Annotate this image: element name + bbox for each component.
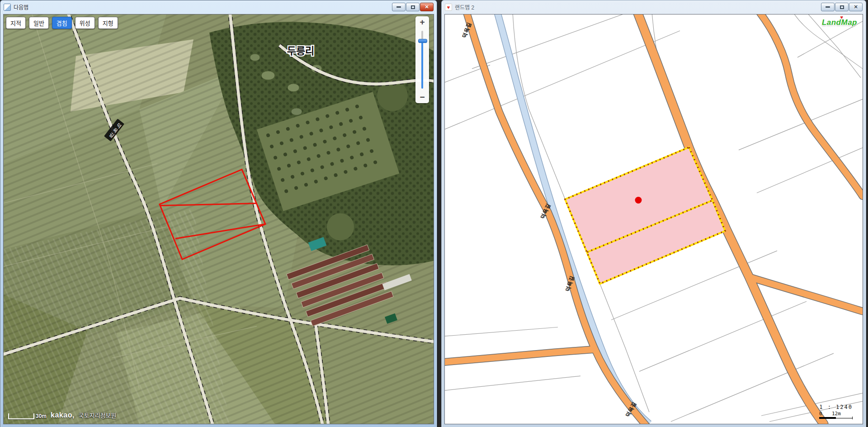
cadastral-map-canvas[interactable]: 덕욕길 덕욕길 덕욕길 덕욕길 LandMap ♥ 1 : 1240 0 12m xyxy=(444,14,863,424)
minimize-button[interactable] xyxy=(392,3,406,11)
toolbar-button-terrain[interactable]: 지형 xyxy=(98,17,118,29)
zoom-control: + − xyxy=(415,16,429,103)
map-scale: 1 : 1240 0 12m xyxy=(819,404,853,419)
scale-bar-label: 30m xyxy=(36,413,47,419)
cadastral-map: 덕욕길 덕욕길 덕욕길 덕욕길 xyxy=(445,14,863,424)
close-icon: ✕ xyxy=(425,4,429,10)
close-icon: ✕ xyxy=(854,4,858,10)
attribution-agency: 국토지리정보원 xyxy=(79,411,117,419)
zoom-in-button[interactable]: + xyxy=(415,17,429,27)
toolbar-button-overlay[interactable]: 겹침 xyxy=(52,17,72,29)
maximize-icon xyxy=(840,5,844,9)
village-label: 두릉리 xyxy=(287,45,315,57)
landmap-window-title: 랜드맵 2 xyxy=(455,3,474,11)
close-button[interactable]: ✕ xyxy=(849,3,863,11)
zoom-slider-handle[interactable] xyxy=(418,39,427,43)
landmap-logo-text: LandMap xyxy=(822,18,857,27)
daum-titlebar[interactable]: 다음맵 ✕ xyxy=(0,0,437,14)
daum-map-window: 다음맵 ✕ xyxy=(0,0,437,427)
scale-ratio: 1 : 1240 xyxy=(819,404,853,410)
zoom-out-button[interactable]: − xyxy=(415,92,429,102)
landmap-logo: LandMap ♥ xyxy=(822,18,857,27)
toolbar-button-cadastral[interactable]: 지적 xyxy=(6,17,26,29)
maximize-button[interactable] xyxy=(406,3,420,11)
landmap-window: ♥ 랜드맵 2 ✕ xyxy=(441,0,866,427)
landmap-app-icon: ♥ xyxy=(445,4,452,11)
map-attribution: 30m kakao, 국토지리정보원 xyxy=(8,411,117,419)
daum-window-title: 다음맵 xyxy=(14,3,28,11)
parcel-center-marker xyxy=(635,197,642,204)
daum-app-icon xyxy=(4,4,11,11)
maximize-button[interactable] xyxy=(835,3,849,11)
scale-bar xyxy=(8,413,34,419)
minimize-icon xyxy=(396,6,401,8)
scale-distance: 12m xyxy=(832,411,841,417)
landmap-titlebar[interactable]: ♥ 랜드맵 2 ✕ xyxy=(442,0,866,14)
minimize-button[interactable] xyxy=(821,3,835,11)
scale-bar xyxy=(819,417,853,419)
satellite-map: 두릉리 xyxy=(4,14,434,424)
toolbar-button-satellite[interactable]: 위성 xyxy=(75,17,95,29)
map-mode-toolbar: 지적 일반 겹침 위성 지형 xyxy=(6,17,118,29)
kakao-logo: kakao, xyxy=(51,411,75,419)
minimize-icon xyxy=(826,6,830,8)
scale-zero: 0 xyxy=(819,411,822,417)
heart-icon: ♥ xyxy=(840,14,844,20)
maximize-icon xyxy=(411,5,415,9)
satellite-map-canvas[interactable]: 두릉리 지적 일반 겹침 위성 지형 + − 덕욕길 30m kakao, 국토… xyxy=(3,14,434,424)
toolbar-button-general[interactable]: 일반 xyxy=(29,17,49,29)
close-button[interactable]: ✕ xyxy=(420,3,434,11)
